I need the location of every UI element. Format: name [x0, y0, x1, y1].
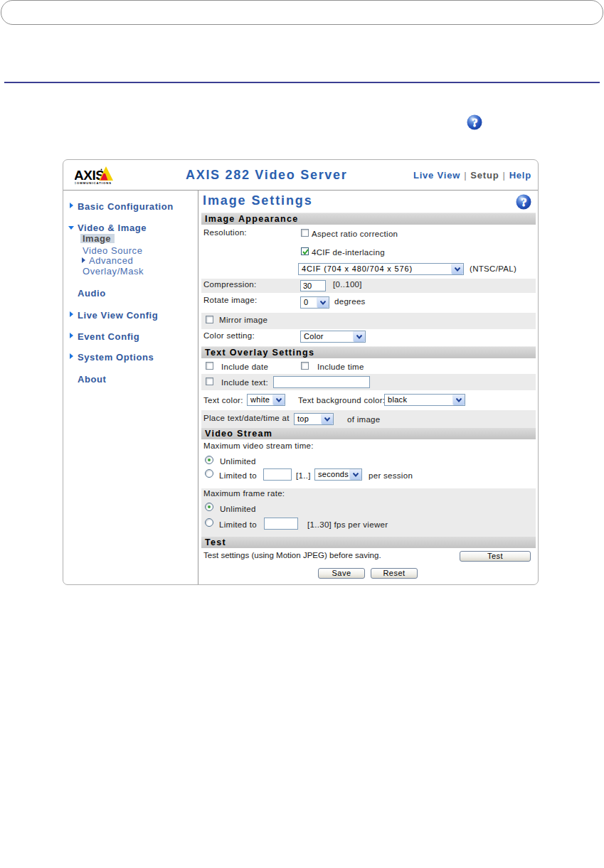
svg-text:?: ? — [521, 196, 527, 208]
svg-text:?: ? — [472, 117, 478, 129]
svg-text:COMMUNICATIONS: COMMUNICATIONS — [75, 181, 112, 185]
